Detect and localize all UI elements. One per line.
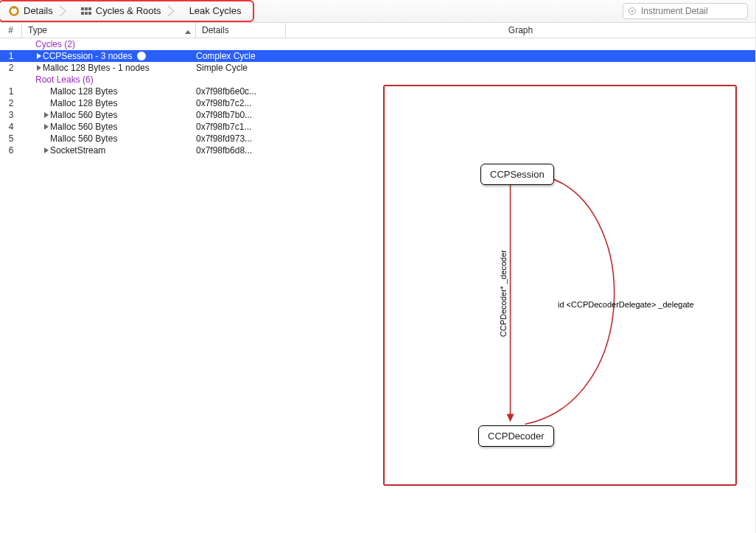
svg-rect-2 bbox=[81, 7, 84, 10]
search-field[interactable] bbox=[623, 3, 748, 19]
row-details: 0x7f98fb7b0... bbox=[196, 110, 286, 120]
row-details: 0x7f98fd973... bbox=[196, 133, 286, 144]
grid-icon bbox=[81, 7, 91, 15]
col-type-label: Type bbox=[28, 25, 47, 35]
row-details: 0x7f98fb7c1... bbox=[196, 122, 286, 132]
section-cycles[interactable]: Cycles (2) bbox=[0, 38, 755, 50]
svg-rect-7 bbox=[88, 12, 91, 15]
breadcrumb-label: Details bbox=[24, 5, 53, 16]
row-type: Malloc 560 Bytes bbox=[50, 122, 117, 132]
row-type: Malloc 560 Bytes bbox=[50, 133, 117, 144]
svg-rect-4 bbox=[88, 7, 91, 10]
breadcrumb: Details Cycles & Roots Leak Cycles bbox=[0, 0, 254, 22]
row-type: Malloc 560 Bytes bbox=[50, 110, 117, 120]
row-num: 2 bbox=[0, 98, 22, 108]
breadcrumb-details[interactable]: Details bbox=[1, 1, 63, 21]
svg-rect-5 bbox=[81, 12, 84, 15]
row-num: 4 bbox=[0, 122, 22, 132]
disclosure-triangle-icon[interactable] bbox=[35, 53, 43, 59]
search-input[interactable] bbox=[640, 5, 753, 17]
row-type: Malloc 128 Bytes - 1 nodes bbox=[43, 63, 150, 73]
list-item-ccpsession[interactable]: 1 CCPSession - 3 nodes Complex Cycle bbox=[0, 50, 755, 62]
graph-edge-label-decoder: CCPDecoder* _decoder bbox=[499, 250, 508, 337]
svg-point-9 bbox=[631, 10, 634, 13]
disclosure-triangle-icon[interactable] bbox=[43, 147, 50, 153]
row-details: Complex Cycle bbox=[196, 51, 286, 61]
graph-node-ccpdecoder[interactable]: CCPDecoder bbox=[478, 425, 554, 447]
cycle-graph-panel: CCPSession CCPDecoder CCPDecoder* _decod… bbox=[383, 85, 737, 486]
list-item-malloc128-1nodes[interactable]: 2 Malloc 128 Bytes - 1 nodes Simple Cycl… bbox=[0, 62, 755, 74]
section-label: Root Leaks (6) bbox=[22, 74, 196, 85]
breadcrumb-label: Leak Cycles bbox=[189, 5, 242, 16]
col-graph[interactable]: Graph bbox=[286, 23, 755, 38]
row-num: 2 bbox=[0, 63, 22, 73]
row-type: Malloc 128 Bytes bbox=[50, 98, 117, 108]
disclosure-triangle-icon[interactable] bbox=[43, 124, 50, 130]
section-root-leaks[interactable]: Root Leaks (6) bbox=[0, 74, 755, 86]
disclosure-triangle-icon[interactable] bbox=[43, 112, 50, 118]
row-num: 1 bbox=[0, 51, 22, 61]
row-type: CCPSession - 3 nodes bbox=[43, 51, 132, 61]
graph-node-ccpsession[interactable]: CCPSession bbox=[480, 164, 554, 185]
col-details[interactable]: Details bbox=[196, 23, 286, 38]
breadcrumb-leak-cycles[interactable]: Leak Cycles bbox=[172, 1, 252, 21]
breadcrumb-cycles-roots[interactable]: Cycles & Roots bbox=[63, 1, 172, 21]
row-num: 1 bbox=[0, 86, 22, 97]
row-details: 0x7f98fb6d8... bbox=[196, 145, 286, 156]
disclosure-triangle-icon[interactable] bbox=[35, 65, 43, 71]
col-type[interactable]: Type bbox=[22, 23, 196, 38]
details-icon bbox=[9, 6, 19, 16]
row-num: 6 bbox=[0, 145, 22, 156]
svg-rect-1 bbox=[13, 6, 15, 9]
row-details: Simple Cycle bbox=[196, 63, 286, 73]
svg-rect-6 bbox=[85, 12, 88, 15]
target-icon bbox=[628, 7, 637, 15]
breadcrumb-label: Cycles & Roots bbox=[96, 5, 161, 16]
go-arrow-icon[interactable] bbox=[136, 51, 147, 61]
row-type: Malloc 128 Bytes bbox=[50, 86, 117, 97]
graph-edges bbox=[385, 86, 735, 484]
top-bar: Details Cycles & Roots Leak Cycles bbox=[0, 0, 755, 23]
sort-asc-icon bbox=[185, 27, 191, 33]
graph-edge-label-delegate: id <CCPDecoderDelegate> _delegate bbox=[558, 300, 694, 309]
row-type: SocketStream bbox=[50, 145, 105, 156]
column-header: # Type Details Graph bbox=[0, 23, 755, 38]
row-details: 0x7f98fb6e0c... bbox=[196, 86, 286, 97]
col-num[interactable]: # bbox=[0, 23, 22, 38]
svg-rect-3 bbox=[85, 7, 88, 10]
row-num: 3 bbox=[0, 110, 22, 120]
row-details: 0x7f98fb7c2... bbox=[196, 98, 286, 108]
row-num: 5 bbox=[0, 133, 22, 144]
section-label: Cycles (2) bbox=[22, 39, 196, 49]
